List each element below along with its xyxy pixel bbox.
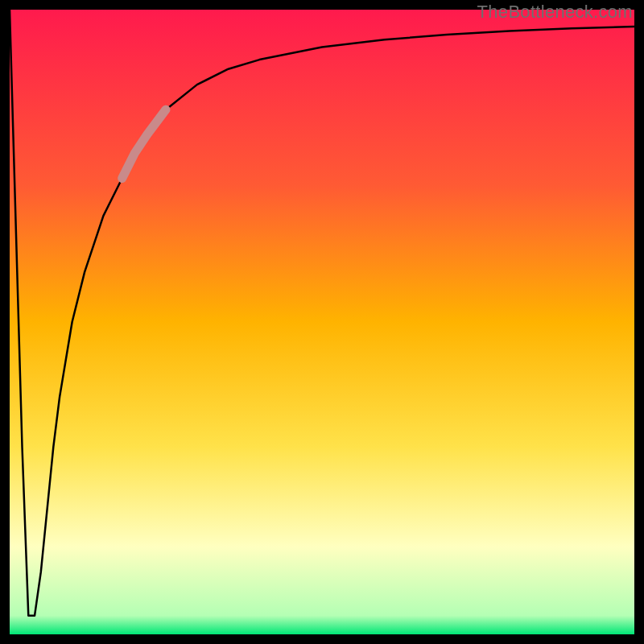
curve-layer (10, 10, 634, 634)
bottleneck-curve (10, 10, 634, 616)
chart-frame: TheBottleneck.com (0, 0, 644, 644)
plot-area (10, 10, 634, 634)
curve-highlight-segment (122, 109, 166, 178)
